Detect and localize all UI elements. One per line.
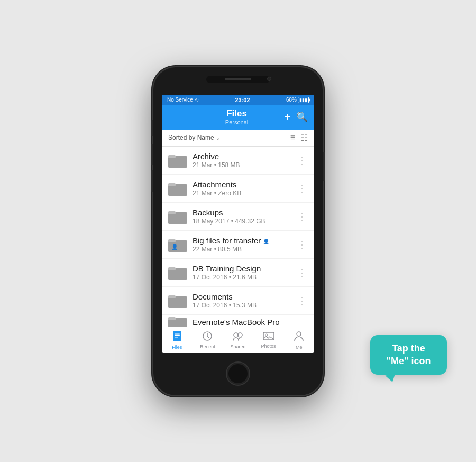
folder-icon: [168, 315, 187, 327]
nav-title: Files: [189, 108, 284, 119]
recent-tab-icon: [202, 331, 213, 343]
file-name: Backups: [193, 208, 291, 217]
phone-screen: No Service ∿ 23:02 68% ▮▮▮ Files Perso: [162, 95, 314, 353]
volume-down-button: [151, 170, 153, 192]
tab-photos[interactable]: Photos: [253, 327, 284, 353]
svg-rect-5: [168, 211, 176, 214]
list-view-icon[interactable]: ≡: [290, 133, 295, 143]
add-button[interactable]: +: [284, 111, 291, 123]
home-button[interactable]: [226, 361, 250, 386]
sort-label[interactable]: Sorted by Name ⌄: [168, 134, 220, 141]
carrier-text: No Service: [167, 97, 193, 103]
file-item[interactable]: Archive 21 Mar • 158 MB ⋮: [162, 147, 314, 175]
nav-header: Files Personal + 🔍: [162, 105, 314, 130]
svg-rect-10: [168, 267, 176, 270]
file-info: Attachments 21 Mar • Zero KB: [193, 180, 291, 197]
tooltip-line1: Tap the: [392, 343, 425, 354]
file-meta: 17 Oct 2016 • 15.3 MB: [193, 302, 291, 309]
more-options-icon[interactable]: ⋮: [296, 267, 308, 278]
file-name: Big files for transfer👤: [193, 236, 291, 245]
nav-subtitle: Personal: [189, 119, 284, 125]
search-button[interactable]: 🔍: [296, 112, 308, 122]
svg-rect-18: [175, 334, 180, 336]
svg-line-22: [207, 336, 209, 338]
phone-shell: No Service ∿ 23:02 68% ▮▮▮ Files Perso: [153, 67, 323, 395]
svg-rect-16: [173, 331, 181, 341]
tab-me-label: Me: [296, 345, 303, 350]
file-meta: 21 Mar • Zero KB: [193, 189, 291, 197]
volume-up-button: [151, 144, 153, 165]
file-meta: 22 Mar • 80.5 MB: [193, 246, 291, 253]
file-item[interactable]: Backups 18 May 2017 • 449.32 GB ⋮: [162, 203, 314, 231]
nav-actions: + 🔍: [284, 111, 308, 123]
svg-rect-19: [175, 337, 178, 338]
file-item[interactable]: DB Training Design 17 Oct 2016 • 21.6 MB…: [162, 259, 314, 287]
file-item[interactable]: Documents 17 Oct 2016 • 15.3 MB ⋮: [162, 287, 314, 315]
svg-point-26: [266, 334, 268, 336]
tab-me[interactable]: Me: [283, 327, 314, 353]
file-item-clipped[interactable]: Evernote's MacBook Pro: [162, 315, 314, 327]
more-options-icon[interactable]: ⋮: [296, 295, 308, 306]
folder-icon: [168, 209, 187, 224]
file-info: DB Training Design 17 Oct 2016 • 21.6 MB: [193, 264, 291, 281]
svg-point-23: [234, 333, 238, 337]
battery-text: 68%: [286, 97, 297, 103]
file-name: DB Training Design: [193, 264, 291, 273]
battery-icon: ▮▮▮: [298, 97, 309, 103]
folder-icon: [168, 265, 187, 280]
file-name: Documents: [193, 292, 291, 301]
svg-point-24: [238, 333, 242, 337]
status-left: No Service ∿: [167, 97, 199, 103]
svg-rect-17: [175, 333, 180, 334]
svg-rect-25: [263, 332, 274, 340]
file-item[interactable]: Attachments 21 Mar • Zero KB ⋮: [162, 175, 314, 203]
file-name: Archive: [193, 152, 291, 161]
power-button: [323, 152, 325, 181]
shared-tab-icon: [232, 331, 244, 343]
folder-icon: 👤: [168, 237, 187, 252]
file-name: Attachments: [193, 180, 291, 189]
file-info: Big files for transfer👤 22 Mar • 80.5 MB: [193, 236, 291, 253]
svg-text:👤: 👤: [171, 243, 178, 250]
tab-recent[interactable]: Recent: [193, 327, 223, 353]
file-list: Archive 21 Mar • 158 MB ⋮ Attachments 21…: [162, 147, 314, 327]
scene: No Service ∿ 23:02 68% ▮▮▮ Files Perso: [0, 0, 476, 462]
photos-tab-icon: [263, 331, 274, 342]
more-options-icon[interactable]: ⋮: [296, 239, 308, 250]
clipped-file-name: Evernote's MacBook Pro: [193, 318, 280, 326]
svg-rect-15: [168, 317, 176, 320]
status-bar: No Service ∿ 23:02 68% ▮▮▮: [162, 95, 314, 105]
files-tab-icon: [172, 330, 182, 343]
tab-bar: Files Recent: [162, 327, 314, 353]
svg-rect-12: [168, 295, 176, 298]
tab-shared-label: Shared: [230, 344, 245, 349]
phone-speaker: [225, 78, 251, 80]
file-meta: 17 Oct 2016 • 21.6 MB: [193, 274, 291, 281]
svg-rect-8: [168, 239, 176, 242]
file-meta: 18 May 2017 • 449.32 GB: [193, 218, 291, 225]
tab-files-label: Files: [172, 345, 182, 350]
file-item[interactable]: 👤 Big files for transfer👤 22 Mar • 80.5 …: [162, 231, 314, 259]
tooltip-bubble: Tap the "Me" icon: [370, 335, 447, 375]
folder-icon: [168, 181, 187, 196]
tab-shared[interactable]: Shared: [223, 327, 253, 353]
shared-badge: 👤: [263, 239, 269, 244]
tooltip-line2: "Me" icon: [386, 356, 431, 366]
sort-bar: Sorted by Name ⌄ ≡ ☷: [162, 130, 314, 147]
wifi-icon: ∿: [195, 97, 199, 103]
svg-point-27: [297, 332, 301, 336]
tab-files[interactable]: Files: [162, 327, 193, 353]
sort-view-options: ≡ ☷: [290, 133, 308, 143]
me-tab-icon: [294, 330, 304, 343]
more-options-icon[interactable]: ⋮: [296, 183, 308, 194]
more-options-icon[interactable]: ⋮: [296, 155, 308, 166]
status-time: 23:02: [235, 97, 250, 103]
more-options-icon[interactable]: ⋮: [296, 211, 308, 222]
file-info: Archive 21 Mar • 158 MB: [193, 152, 291, 169]
nav-title-area: Files Personal: [189, 108, 284, 125]
status-right: 68% ▮▮▮: [286, 97, 309, 103]
phone-camera: [267, 77, 271, 81]
sort-chevron: ⌄: [216, 135, 220, 141]
grid-view-icon[interactable]: ☷: [300, 133, 308, 143]
file-meta: 21 Mar • 158 MB: [193, 161, 291, 169]
